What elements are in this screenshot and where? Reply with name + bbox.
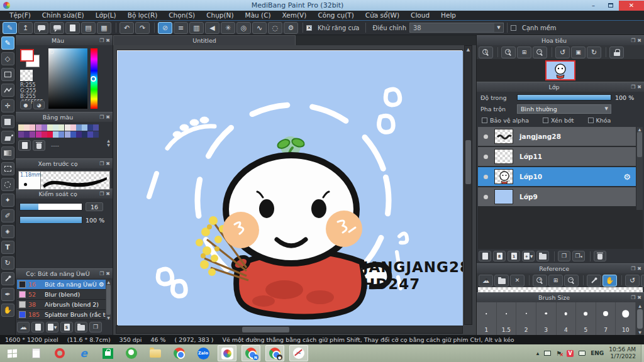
scrollbar-thumb[interactable] — [106, 285, 111, 315]
popout-icon[interactable]: ❐ — [631, 38, 635, 43]
start-button[interactable] — [0, 344, 24, 362]
canvas-vertical-scrollbar[interactable]: ▲ — [464, 45, 472, 325]
layer-row[interactable]: Lớp10⚙ — [478, 167, 636, 186]
ref-zoom-in-button[interactable]: + — [533, 275, 547, 287]
layer-visibility-dot[interactable] — [484, 134, 488, 139]
ref-fit-button[interactable]: ⊞ — [548, 275, 563, 287]
minimize-button[interactable]: – — [585, 1, 602, 11]
show-desktop-button[interactable] — [641, 344, 644, 362]
brush-size-preset[interactable]: 1 — [477, 302, 497, 336]
menu-item[interactable]: Cloud — [405, 11, 435, 20]
new-folder-button[interactable] — [536, 251, 549, 261]
brush-size-scrollbar[interactable]: ▲▼ — [636, 302, 644, 336]
foreground-color-swatch[interactable] — [20, 49, 34, 62]
publish-button[interactable]: ↥ — [18, 22, 33, 34]
menu-item[interactable]: Chỉnh sửa(E) — [36, 11, 90, 20]
layer-opacity-slider[interactable] — [517, 94, 611, 101]
reset-view-button[interactable]: ▣ — [571, 47, 586, 58]
brush-duplicate-button[interactable]: ❐ — [89, 322, 102, 332]
reference-image-area[interactable] — [478, 287, 643, 292]
palette-color-swatch[interactable] — [42, 131, 47, 138]
ref-reset-button[interactable]: ▣ — [641, 275, 644, 287]
brush-size-preset[interactable]: 1.5 — [497, 302, 517, 336]
popout-icon[interactable]: ❐ — [99, 191, 104, 197]
tool-eraser[interactable]: ◇ — [1, 52, 14, 65]
adjust-dropdown[interactable]: 38 ▼ — [409, 23, 504, 33]
transparent-color-swatch[interactable] — [20, 70, 33, 81]
brush-mode-button[interactable]: ✎ — [3, 22, 17, 34]
taskbar-opera[interactable] — [50, 345, 69, 361]
snap-ellipse-button[interactable]: ◌ — [268, 22, 282, 34]
layer-row[interactable]: Lớp11 — [478, 147, 636, 166]
tray-network-icon[interactable] — [579, 351, 586, 356]
palette-color-swatch[interactable] — [93, 124, 99, 131]
palette-add-button[interactable] — [18, 140, 31, 151]
comment-list-button[interactable] — [50, 22, 64, 34]
snap-curve-button[interactable]: ∿ — [252, 22, 267, 34]
palette-color-swatch[interactable] — [24, 124, 30, 131]
canvas-artwork[interactable]: JANGJANG28 HD247 — [118, 51, 463, 326]
menu-item[interactable]: Màu (C) — [240, 11, 277, 20]
menu-item[interactable]: Tệp(F) — [4, 11, 36, 20]
ref-hand-button[interactable]: ✋ — [602, 275, 617, 287]
ref-open-button[interactable] — [494, 275, 509, 287]
palette-color-swatch[interactable] — [42, 124, 47, 131]
brush-size-preset[interactable]: 7 — [596, 302, 616, 336]
document-button[interactable] — [65, 22, 80, 34]
comment-button[interactable] — [34, 22, 48, 34]
tool-select-rect[interactable] — [1, 162, 14, 175]
palette-color-swatch[interactable] — [70, 124, 76, 131]
tool-fill-shape[interactable] — [1, 115, 14, 128]
canvas[interactable]: JANGJANG28 HD247 — [117, 50, 462, 325]
palette-color-swatch[interactable] — [87, 131, 93, 138]
brush-size-preset[interactable]: 5 — [576, 302, 596, 336]
rotate-cw-button[interactable]: ↻ — [587, 47, 601, 58]
blend-mode-dropdown[interactable]: Bình thường ▼ — [517, 104, 611, 114]
snap-concentric-button[interactable]: ◎ — [236, 22, 251, 34]
palette-color-swatch[interactable] — [58, 131, 64, 138]
taskbar-snipping-tool[interactable]: ✂ — [289, 345, 308, 361]
brush-list-item[interactable]: 38Airbrush (blend 2) — [17, 300, 106, 310]
brush-size-preset[interactable]: 10 — [616, 302, 636, 336]
tool-hand[interactable]: ✋ — [1, 304, 14, 317]
protect-alpha-checkbox[interactable] — [482, 118, 487, 123]
lock-view-button[interactable] — [609, 47, 624, 58]
taskbar-chrome[interactable] — [170, 345, 189, 361]
navigator-thumbnail[interactable] — [545, 60, 575, 80]
brush-list-item[interactable]: 52Blur (blend) — [17, 290, 106, 300]
palette-color-swatch[interactable] — [30, 131, 35, 138]
palette-color-swatch[interactable] — [47, 124, 53, 131]
taskbar-chrome-profile-n[interactable]: N — [242, 345, 260, 361]
scrollbar-thumb[interactable] — [637, 132, 642, 157]
menu-item[interactable]: Bộ lọc(R) — [122, 11, 164, 20]
taskbar-file-explorer[interactable] — [146, 345, 165, 361]
merge-layer-button[interactable]: ❐◂ — [572, 251, 585, 261]
brush-script-button[interactable]: S — [60, 322, 73, 332]
taskbar-coccoc[interactable] — [122, 345, 141, 361]
close-button[interactable]: ✕ — [619, 1, 644, 11]
ref-cloud-button[interactable]: ☁↑ — [479, 275, 493, 287]
redo-button[interactable]: ↷ — [135, 22, 150, 34]
palette-color-swatch[interactable] — [53, 131, 58, 138]
palette-color-swatch[interactable] — [76, 131, 82, 138]
tile-panel-button[interactable]: ▦ — [97, 22, 111, 34]
close-icon[interactable]: ✖ — [637, 84, 641, 90]
ref-clear-button[interactable]: ✕ — [510, 275, 525, 287]
saturation-value-picker[interactable] — [48, 48, 87, 109]
popout-icon[interactable]: ❐ — [99, 161, 104, 167]
brush-size-preset[interactable]: 4 — [557, 302, 577, 336]
snap-parallel-button[interactable]: ≡ — [174, 22, 188, 34]
undo-button[interactable]: ↶ — [119, 22, 134, 34]
close-icon[interactable]: ✖ — [106, 38, 110, 43]
color-mode-button[interactable]: ● — [20, 101, 31, 109]
popout-icon[interactable]: ❐ — [631, 84, 635, 90]
palette-color-swatch[interactable] — [47, 131, 53, 138]
scrollbar-thumb[interactable] — [637, 309, 643, 329]
sv-marker[interactable] — [50, 50, 54, 54]
tool-select-pen[interactable]: ✐ — [1, 209, 14, 222]
layer-row[interactable]: jangjang28 — [478, 127, 636, 146]
ref-rotate-ccw-button[interactable]: ↺ — [625, 275, 640, 287]
close-icon[interactable]: ✖ — [106, 114, 110, 120]
palette-color-swatch[interactable] — [18, 124, 24, 131]
maximize-button[interactable] — [602, 1, 619, 11]
